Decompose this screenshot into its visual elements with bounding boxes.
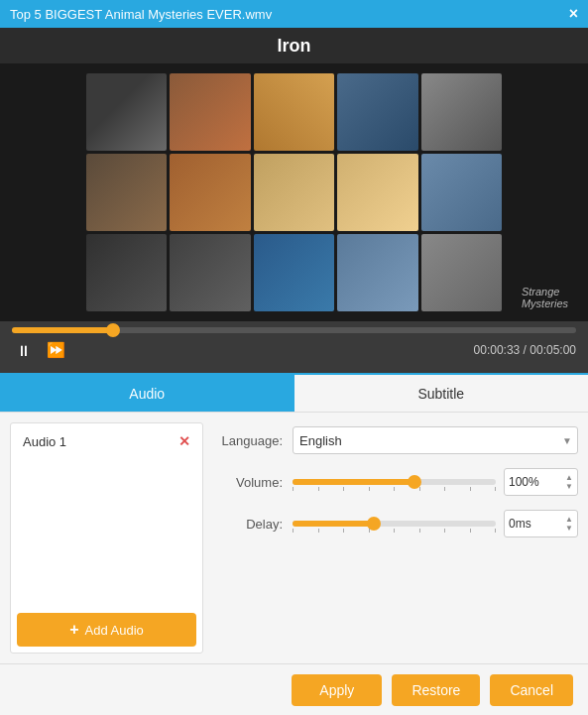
bottom-panel: Audio Subtitle Audio 1 ✕ + Add Audio — [0, 373, 588, 663]
volume-down-arrow[interactable]: ▼ — [565, 483, 573, 491]
video-cell — [86, 234, 168, 311]
video-cell — [337, 154, 418, 231]
progress-track[interactable] — [12, 327, 576, 333]
video-cell — [254, 73, 335, 151]
video-cell — [421, 234, 503, 311]
delay-slider-ticks — [293, 529, 496, 533]
time-display: 00:00:33 / 00:05:00 — [474, 343, 576, 357]
tab-subtitle[interactable]: Subtitle — [294, 375, 589, 412]
delay-down-arrow[interactable]: ▼ — [565, 525, 573, 533]
tab-audio[interactable]: Audio — [0, 375, 294, 412]
volume-label: Volume: — [218, 475, 283, 490]
video-cell — [86, 154, 168, 231]
delay-slider-fill — [293, 521, 374, 527]
tabs: Audio Subtitle — [0, 375, 588, 413]
title-bar: Top 5 BIGGEST Animal Mysteries EVER.wmv … — [0, 0, 588, 28]
effect-label: Iron — [0, 28, 588, 63]
delay-row: Delay: — [218, 510, 578, 537]
total-time: 00:05:00 — [529, 343, 576, 357]
close-button[interactable]: × — [569, 6, 578, 22]
apply-button[interactable]: Apply — [292, 674, 382, 706]
video-cell — [170, 154, 251, 231]
audio-item-label: Audio 1 — [23, 434, 66, 449]
volume-up-arrow[interactable]: ▲ — [565, 474, 573, 482]
volume-slider-fill — [293, 479, 414, 485]
video-grid — [86, 73, 503, 311]
video-cell — [337, 73, 418, 151]
language-select-wrapper: English French German Spanish Chinese Ja… — [293, 426, 578, 454]
main-container: Top 5 BIGGEST Animal Mysteries EVER.wmv … — [0, 0, 588, 715]
delay-spinbox-arrows: ▲ ▼ — [565, 516, 573, 533]
audio-list-panel: Audio 1 ✕ + Add Audio — [10, 422, 203, 654]
delay-control: 0ms ▲ ▼ — [293, 510, 578, 537]
delay-spinbox[interactable]: 0ms ▲ ▼ — [504, 510, 578, 537]
cancel-button[interactable]: Cancel — [490, 674, 573, 706]
tab-content: Audio 1 ✕ + Add Audio Language: — [0, 413, 588, 663]
add-audio-label: Add Audio — [85, 623, 144, 638]
restore-button[interactable]: Restore — [392, 674, 480, 706]
volume-slider-track[interactable] — [293, 479, 496, 485]
delay-up-arrow[interactable]: ▲ — [565, 516, 573, 524]
video-cell — [421, 154, 503, 231]
video-cell — [421, 73, 503, 151]
volume-spinbox-arrows: ▲ ▼ — [565, 474, 573, 491]
playback-controls: ⏸ ⏩ 00:00:33 / 00:05:00 — [12, 339, 576, 361]
video-cell — [337, 234, 418, 311]
video-cell — [170, 73, 251, 151]
settings-panel: Language: English French German Spanish … — [218, 422, 578, 654]
language-row: Language: English French German Spanish … — [218, 426, 578, 454]
audio-list-item: Audio 1 ✕ — [17, 429, 196, 453]
panel-area: Audio Subtitle Audio 1 ✕ + Add Audio — [0, 373, 588, 715]
volume-value: 100% — [509, 475, 539, 489]
pause-button[interactable]: ⏸ — [12, 340, 35, 361]
language-label: Language: — [218, 433, 283, 448]
current-time: 00:00:33 — [474, 343, 521, 357]
video-cell — [170, 234, 251, 311]
volume-slider-ticks — [293, 487, 496, 491]
language-select[interactable]: English French German Spanish Chinese Ja… — [293, 426, 578, 454]
video-preview: StrangeMysteries — [0, 63, 588, 321]
delay-value: 0ms — [509, 517, 531, 531]
volume-row: Volume: — [218, 468, 578, 496]
title-bar-text: Top 5 BIGGEST Animal Mysteries EVER.wmv — [10, 7, 272, 22]
playback-bar: ⏸ ⏩ 00:00:33 / 00:05:00 — [0, 321, 588, 373]
effect-name: Iron — [278, 36, 311, 57]
video-cell — [254, 234, 335, 311]
watermark: StrangeMysteries — [522, 286, 568, 309]
volume-spinbox[interactable]: 100% ▲ ▼ — [504, 468, 578, 496]
fast-forward-button[interactable]: ⏩ — [43, 339, 69, 361]
audio-item-remove-button[interactable]: ✕ — [178, 433, 190, 449]
delay-slider-track[interactable] — [293, 521, 496, 527]
add-icon: + — [69, 621, 78, 639]
video-cell — [86, 73, 168, 151]
controls-left: ⏸ ⏩ — [12, 339, 69, 361]
add-audio-button[interactable]: + Add Audio — [17, 613, 196, 647]
bottom-buttons: Apply Restore Cancel — [0, 663, 588, 715]
video-cell — [254, 154, 335, 231]
progress-thumb[interactable] — [106, 323, 120, 337]
volume-control: 100% ▲ ▼ — [293, 468, 578, 496]
progress-fill — [12, 327, 113, 333]
language-control: English French German Spanish Chinese Ja… — [293, 426, 578, 454]
delay-label: Delay: — [218, 517, 283, 532]
